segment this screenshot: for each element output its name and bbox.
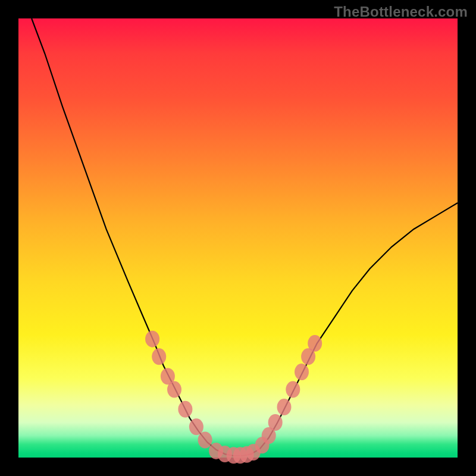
curve-marker: [308, 335, 322, 352]
curve-marker: [295, 364, 309, 380]
curve-marker: [145, 331, 159, 347]
curve-marker: [167, 381, 181, 398]
curve-marker: [178, 401, 192, 418]
curve-marker: [268, 414, 283, 431]
bottleneck-curve-svg: [18, 18, 458, 458]
watermark-text: TheBottleneck.com: [334, 4, 468, 20]
plot-area: [18, 18, 458, 458]
curve-marker: [189, 418, 203, 435]
marker-group: [145, 331, 322, 464]
chart-frame: TheBottleneck.com: [0, 0, 476, 476]
curve-marker: [198, 432, 212, 449]
bottleneck-curve: [32, 18, 458, 456]
curve-marker: [277, 399, 292, 415]
curve-marker: [286, 381, 300, 398]
curve-marker: [152, 348, 166, 365]
